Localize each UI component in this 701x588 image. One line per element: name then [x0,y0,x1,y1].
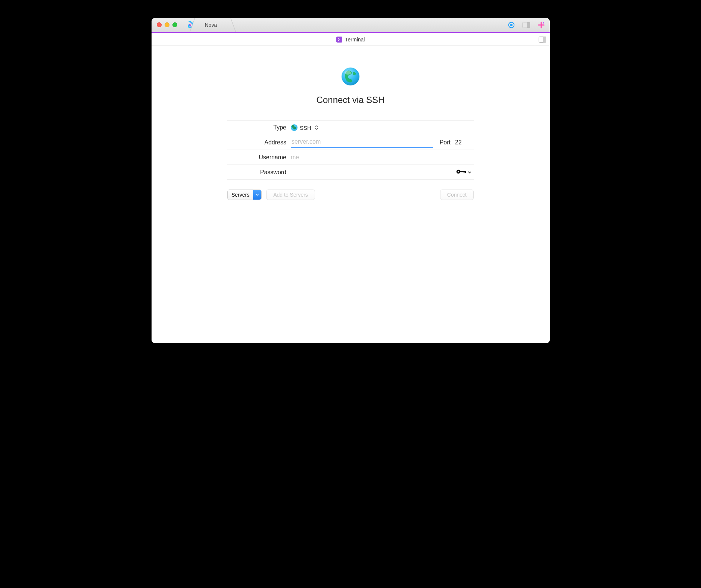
svg-point-7 [342,68,359,85]
servers-label: Servers [228,190,253,200]
password-label: Password [227,169,291,176]
add-to-servers-button[interactable]: Add to Servers [266,190,315,200]
page-title: Connect via SSH [317,95,385,105]
globe-small-icon [291,124,297,131]
svg-point-10 [458,171,459,172]
chevron-down-icon [253,190,261,200]
terminal-icon [336,37,342,43]
titlebar-tab-label: Nova [205,22,217,28]
svg-rect-3 [527,22,530,28]
minimize-window-button[interactable] [165,22,169,27]
window-controls [152,22,177,27]
sidebar-toggle-button[interactable] [535,33,550,46]
port-input[interactable] [455,139,474,146]
titlebar-tab[interactable]: Nova [197,18,228,32]
svg-rect-6 [543,37,546,42]
tab-terminal[interactable]: Terminal [336,37,365,43]
zoom-window-button[interactable] [172,22,177,27]
servers-menu-button[interactable]: Servers [227,190,262,200]
form-footer: Servers Add to Servers Connect [227,190,474,200]
connect-label: Connect [447,192,467,198]
preview-button[interactable] [507,21,516,29]
titlebar: Nova [152,18,550,32]
port-label: Port [440,139,451,146]
connect-button[interactable]: Connect [440,190,474,200]
chevron-down-icon [468,169,471,176]
type-value: SSH [300,125,311,131]
app-window: Nova Terminal [152,18,550,343]
svg-point-1 [510,24,512,26]
address-input[interactable] [291,137,433,148]
row-address: Address Port [227,135,474,150]
stepper-icon [315,125,318,130]
type-label: Type [227,124,291,131]
username-input[interactable] [291,154,474,161]
ssh-form: Type SSH Address Port [227,120,474,180]
svg-point-4 [543,22,544,24]
tab-terminal-label: Terminal [345,37,365,43]
key-icon [456,169,466,176]
address-label: Address [227,139,291,146]
new-tab-button[interactable] [536,21,546,29]
svg-rect-12 [464,171,464,173]
layout-toggle-button[interactable] [521,21,531,29]
row-type: Type SSH [227,120,474,135]
password-input[interactable] [291,169,454,176]
connect-panel: Connect via SSH Type SSH Address [152,46,550,343]
svg-rect-13 [465,171,466,173]
row-password: Password [227,165,474,180]
username-label: Username [227,154,291,161]
svg-point-8 [345,71,351,75]
globe-icon [340,66,361,88]
add-to-servers-label: Add to Servers [273,192,308,198]
type-select[interactable]: SSH [291,124,318,131]
auth-method-toggle[interactable] [456,169,474,176]
close-window-button[interactable] [157,22,162,27]
document-tabbar: Terminal [152,33,550,46]
row-username: Username [227,150,474,165]
